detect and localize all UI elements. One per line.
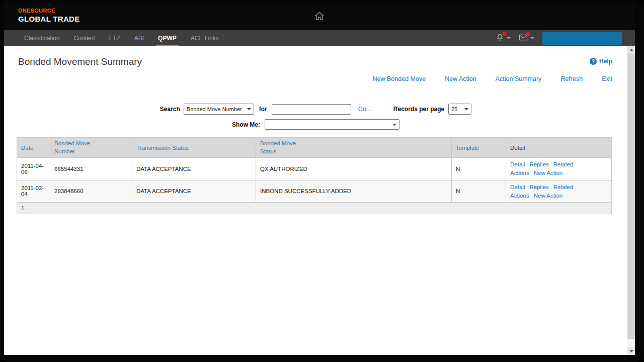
main-nav: Classification Content FTZ ABI QPWP ACE … xyxy=(4,30,635,46)
search-query-input[interactable] xyxy=(272,104,351,115)
vertical-scrollbar[interactable] xyxy=(627,46,635,355)
home-icon xyxy=(314,14,325,23)
pagination-row: 1 xyxy=(17,203,612,214)
pagination-current-page: 1 xyxy=(17,203,612,214)
header-label: Bonded Move Number xyxy=(54,140,99,155)
arrow-up-icon xyxy=(629,49,633,51)
nav-item-qpwp[interactable]: QPWP xyxy=(151,30,184,46)
nav-item-label: ABI xyxy=(134,35,144,42)
messages-menu[interactable] xyxy=(519,34,534,43)
cell-detail-links: DetailRepliesRelated ActionsNew Action xyxy=(506,158,612,180)
records-per-page-select[interactable]: 25 xyxy=(448,104,471,115)
help-link[interactable]: ? Help xyxy=(590,58,612,65)
nav-item-label: QPWP xyxy=(158,35,177,42)
detail-link[interactable]: Detail xyxy=(510,184,525,190)
cell-date: 2011-04-06 xyxy=(17,158,50,180)
detail-link[interactable]: Detail xyxy=(510,161,525,167)
cell-detail-links: DetailRepliesRelated ActionsNew Action xyxy=(506,180,612,203)
notifications-menu[interactable] xyxy=(496,33,511,44)
brand-product: GLOBAL TRADE xyxy=(18,15,80,24)
sort-date-header[interactable]: Date xyxy=(21,145,33,151)
search-controls: Search Bonded Move Number for Go... Reco… xyxy=(4,104,627,115)
show-me-label: Show Me: xyxy=(232,121,260,128)
cell-transmission-status: DATA ACCEPTANCE xyxy=(132,180,256,203)
home-button[interactable] xyxy=(314,11,325,23)
scrollbar-thumb[interactable] xyxy=(627,54,635,339)
arrow-down-icon xyxy=(629,350,633,352)
app-window: ONESOURCE GLOBAL TRADE Classification Co… xyxy=(4,3,635,355)
screen-frame: ONESOURCE GLOBAL TRADE Classification Co… xyxy=(0,0,644,362)
sort-bonded-move-number-header[interactable]: Bonded Move Number xyxy=(54,148,99,154)
message-badge xyxy=(526,32,530,36)
table-row: 2011-04-06 665544331 DATA ACCEPTANCE QX … xyxy=(17,158,612,180)
refresh-link[interactable]: Refresh xyxy=(560,75,583,82)
cell-date: 2011-02-04 xyxy=(17,180,50,203)
show-me-select[interactable] xyxy=(265,119,399,130)
nav-item-classification[interactable]: Classification xyxy=(17,30,67,46)
records-per-page-label: Records per page xyxy=(393,106,444,113)
chevron-down-icon xyxy=(247,108,251,110)
help-icon: ? xyxy=(590,58,597,65)
for-label: for xyxy=(259,106,267,113)
nav-item-label: FTZ xyxy=(109,35,120,42)
cell-template: N xyxy=(452,158,506,180)
exit-link[interactable]: Exit xyxy=(602,75,612,82)
chevron-down-icon xyxy=(507,37,511,39)
nav-item-ace-links[interactable]: ACE Links xyxy=(184,30,226,46)
sort-transmission-status-header[interactable]: Transmission Status xyxy=(136,145,189,151)
cell-bonded-move-status: QX AUTHORIZED xyxy=(256,158,452,180)
chevron-down-icon xyxy=(530,37,534,39)
cell-template: N xyxy=(452,180,506,203)
top-bar: ONESOURCE GLOBAL TRADE xyxy=(4,3,635,30)
action-toolbar: New Bonded Move New Action Action Summar… xyxy=(4,75,612,82)
new-bonded-move-link[interactable]: New Bonded Move xyxy=(373,75,426,82)
header-label: Bonded Move Status xyxy=(260,140,304,155)
nav-items: Classification Content FTZ ABI QPWP ACE … xyxy=(17,30,226,46)
replies-link[interactable]: Replies xyxy=(529,161,548,167)
bonded-movements-table: Date Bonded Move Number Transmission Sta… xyxy=(17,137,612,214)
new-action-link[interactable]: New Action xyxy=(534,170,563,176)
sort-bonded-move-status-header[interactable]: Bonded Move Status xyxy=(260,148,304,154)
help-label: Help xyxy=(599,58,612,65)
nav-item-label: Classification xyxy=(24,35,60,42)
go-link[interactable]: Go... xyxy=(358,106,371,113)
replies-link[interactable]: Replies xyxy=(529,184,548,190)
cell-bonded-move-number: 665544331 xyxy=(50,158,132,180)
brand-name: ONESOURCE xyxy=(18,8,80,15)
notification-badge xyxy=(503,32,507,36)
cell-bonded-move-number: 293848660 xyxy=(50,180,132,203)
table-header-row: Date Bonded Move Number Transmission Sta… xyxy=(17,138,612,158)
search-category-select[interactable]: Bonded Move Number xyxy=(184,104,254,115)
scroll-up-button[interactable] xyxy=(627,46,635,54)
chevron-down-icon xyxy=(392,124,396,126)
chevron-down-icon xyxy=(464,108,468,110)
detail-header: Detail xyxy=(506,138,612,158)
page-title: Bonded Movement Summary xyxy=(18,56,142,67)
search-label: Search xyxy=(160,106,180,113)
new-action-link[interactable]: New Action xyxy=(445,75,476,82)
action-summary-link[interactable]: Action Summary xyxy=(496,75,542,82)
nav-item-label: ACE Links xyxy=(191,35,219,42)
nav-utilities xyxy=(496,30,622,46)
scroll-down-button[interactable] xyxy=(627,347,635,355)
cell-bonded-move-status: INBOND SUCCESSFULLY ADDED xyxy=(256,180,452,203)
nav-item-ftz[interactable]: FTZ xyxy=(102,30,127,46)
cell-transmission-status: DATA ACCEPTANCE xyxy=(132,158,256,180)
table-row: 2011-02-04 293848660 DATA ACCEPTANCE INB… xyxy=(17,180,612,203)
nav-item-abi[interactable]: ABI xyxy=(127,30,151,46)
records-per-page-value: 25 xyxy=(451,106,457,112)
search-category-value: Bonded Move Number xyxy=(187,106,242,112)
nav-item-label: Content xyxy=(74,35,95,42)
new-action-link[interactable]: New Action xyxy=(534,193,563,199)
nav-item-content[interactable]: Content xyxy=(67,30,102,46)
brand-logo[interactable]: ONESOURCE GLOBAL TRADE xyxy=(18,8,80,24)
show-me-controls: Show Me: xyxy=(4,119,627,130)
sort-template-header[interactable]: Template xyxy=(456,145,479,151)
global-search-input[interactable] xyxy=(542,32,622,45)
content-area: Bonded Movement Summary ? Help New Bonde… xyxy=(4,46,635,355)
